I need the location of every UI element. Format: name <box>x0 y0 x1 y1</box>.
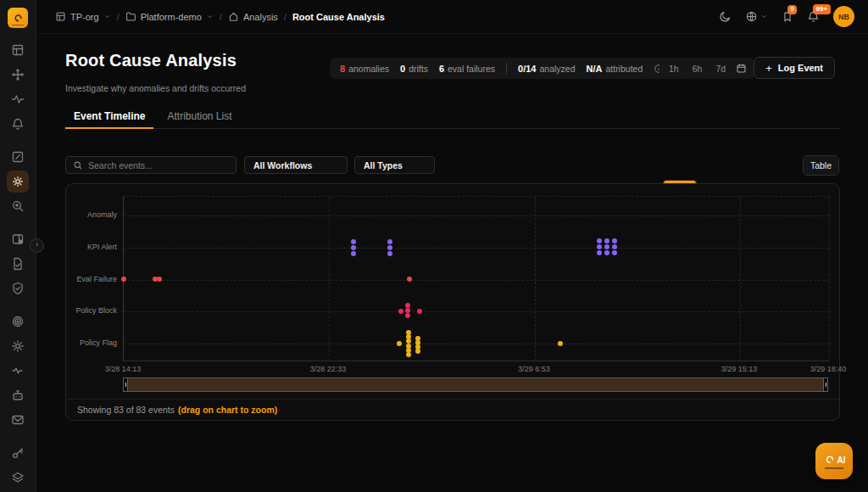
theme-toggle-button[interactable] <box>719 10 732 23</box>
sidebar-item-layers[interactable] <box>7 467 29 489</box>
plus-icon: + <box>765 63 772 74</box>
sidebar-item-mail[interactable] <box>7 409 29 431</box>
event-dot-kpi-alert[interactable] <box>351 251 356 256</box>
panel-icon <box>11 232 25 246</box>
event-dot-kpi-alert[interactable] <box>612 250 617 255</box>
gridline-col <box>829 197 830 361</box>
user-avatar[interactable]: NB <box>833 6 854 27</box>
brush-handle-right[interactable] <box>823 377 828 392</box>
time-range-options: 1h6h24h7d <box>663 61 732 76</box>
event-dot-kpi-alert[interactable] <box>604 238 609 243</box>
calendar-icon[interactable] <box>736 63 747 74</box>
event-dot-policy-block[interactable] <box>398 309 403 314</box>
page-title: Root Cause Analysis <box>65 51 236 70</box>
gridline-row <box>124 248 829 249</box>
gridline-row <box>124 344 829 344</box>
sidebar-expand-button[interactable]: › <box>30 238 44 253</box>
sidebar-item-edit[interactable] <box>7 146 29 168</box>
event-dot-kpi-alert[interactable] <box>604 250 609 255</box>
event-dot-kpi-alert[interactable] <box>612 244 617 249</box>
event-dot-kpi-alert[interactable] <box>597 244 602 249</box>
app-logo[interactable] <box>8 8 28 28</box>
workflow-filter-select[interactable]: All Workflows <box>244 156 348 174</box>
x-axis-label: 3/28 14:13 <box>105 365 142 373</box>
event-dot-eval-failure[interactable] <box>407 277 412 282</box>
event-dot-kpi-alert[interactable] <box>387 245 392 250</box>
sidebar-item-activity[interactable] <box>7 88 29 110</box>
sidebar-item-target[interactable] <box>7 310 29 333</box>
breadcrumb-separator: / <box>220 12 222 22</box>
event-dot-kpi-alert[interactable] <box>612 238 617 243</box>
home-icon <box>228 11 239 22</box>
event-dot-eval-failure[interactable] <box>121 277 126 282</box>
breadcrumb-current-page: Root Cause Analysis <box>292 12 385 22</box>
sidebar-item-sun[interactable] <box>7 171 29 193</box>
bot-icon <box>11 389 25 402</box>
time-range-1h[interactable]: 1h <box>663 61 685 76</box>
event-dot-policy-flag[interactable] <box>558 341 563 346</box>
notifications-button[interactable]: 99+ <box>807 10 820 23</box>
notifications-icon <box>11 117 25 131</box>
event-dot-kpi-alert[interactable] <box>604 244 609 249</box>
view-toggle-table[interactable]: Table <box>804 156 838 175</box>
breadcrumb-project-label: Platform-demo <box>141 12 202 22</box>
sidebar-item-zoom-in[interactable] <box>7 195 29 217</box>
spiral-icon <box>823 453 837 467</box>
event-dot-policy-flag[interactable] <box>397 341 402 346</box>
time-range-group: 1h6h24h7d <box>659 58 754 79</box>
sidebar-item-bot[interactable] <box>7 384 29 406</box>
time-range-6h[interactable]: 6h <box>687 61 709 76</box>
bookmarks-button[interactable]: 9 <box>782 11 793 23</box>
event-dot-kpi-alert[interactable] <box>351 239 356 244</box>
event-dot-eval-failure[interactable] <box>157 277 162 282</box>
type-filter-select[interactable]: All Types <box>354 156 435 174</box>
event-dot-kpi-alert[interactable] <box>387 239 392 244</box>
timeline-brush[interactable] <box>123 377 828 392</box>
sidebar-item-pulse[interactable] <box>7 360 29 382</box>
event-dot-policy-block[interactable] <box>417 309 422 314</box>
stat-attributed: N/Aattributed <box>587 64 643 74</box>
top-header: TP-org / Platform-demo / Analysis / Root… <box>36 0 868 34</box>
grid-icon <box>55 11 66 22</box>
language-button[interactable] <box>745 10 768 23</box>
moon-icon <box>719 10 732 23</box>
log-event-button[interactable]: + Log Event <box>754 57 835 79</box>
ai-assistant-button[interactable]: AI <box>815 443 853 479</box>
breadcrumb-project[interactable]: Platform-demo <box>125 11 214 22</box>
event-dot-kpi-alert[interactable] <box>597 250 602 255</box>
event-dot-policy-flag[interactable] <box>415 349 420 354</box>
time-range-7d[interactable]: 7d <box>709 61 732 76</box>
sidebar-item-notifications[interactable] <box>7 113 29 135</box>
event-dot-kpi-alert[interactable] <box>597 238 602 243</box>
zoom-in-icon <box>11 199 25 213</box>
gridline-row <box>124 215 829 216</box>
zoom-hint-text: (drag on chart to zoom) <box>178 405 277 415</box>
sidebar-item-settings[interactable] <box>7 335 29 357</box>
sidebar-item-dashboard[interactable] <box>7 39 29 61</box>
tab-event-timeline[interactable]: Event Timeline <box>65 106 153 129</box>
globe-icon <box>745 10 758 23</box>
sidebar-item-key[interactable] <box>7 442 29 464</box>
brush-handle-left[interactable] <box>123 377 128 392</box>
sidebar-item-workflow[interactable] <box>7 64 29 86</box>
event-dot-kpi-alert[interactable] <box>351 245 356 250</box>
x-axis-label: 3/29 15:13 <box>721 365 758 373</box>
activity-icon <box>11 92 25 106</box>
bookmark-badge: 9 <box>787 5 797 15</box>
breadcrumb-org-label: TP-org <box>70 12 99 22</box>
sidebar-item-panel[interactable] <box>7 228 29 250</box>
scatter-plot-area[interactable] <box>123 196 829 361</box>
search-input[interactable] <box>66 158 236 174</box>
event-dot-policy-flag[interactable] <box>406 352 411 357</box>
sidebar-item-shield-check[interactable] <box>7 277 29 299</box>
tab-attribution-list[interactable]: Attribution List <box>159 106 240 129</box>
logo-wordmark <box>12 25 24 26</box>
x-axis-label: 3/28 22:33 <box>310 365 347 373</box>
breadcrumb-org[interactable]: TP-org <box>55 11 111 22</box>
chevron-down-icon <box>760 13 768 20</box>
event-timeline-card: Showing 83 of 83 events (drag on chart t… <box>65 183 840 421</box>
event-dot-kpi-alert[interactable] <box>387 251 392 256</box>
event-dot-policy-block[interactable] <box>405 313 410 318</box>
breadcrumb-section[interactable]: Analysis <box>228 11 278 22</box>
sidebar-item-file-check[interactable] <box>7 253 29 275</box>
